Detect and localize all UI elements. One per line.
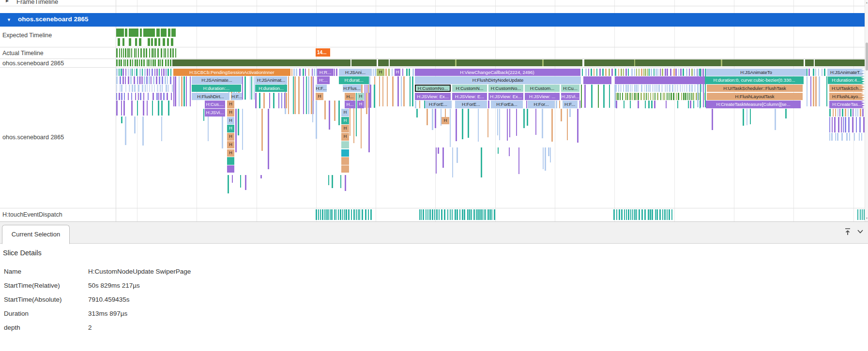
- trace-stripe[interactable]: [370, 209, 372, 220]
- trace-stripe[interactable]: [268, 109, 269, 169]
- trace-stripe[interactable]: [388, 69, 390, 76]
- trace-stripe[interactable]: [135, 93, 136, 101]
- trace-stripe[interactable]: [831, 133, 833, 141]
- trace-stripe[interactable]: [444, 209, 445, 220]
- trace-stripe[interactable]: [630, 101, 631, 108]
- trace-stripe[interactable]: [669, 209, 670, 220]
- trace-stripe[interactable]: [168, 59, 169, 66]
- trace-stripe[interactable]: [619, 209, 620, 220]
- trace-stripe[interactable]: [852, 117, 853, 132]
- trace-stripe[interactable]: [848, 109, 849, 117]
- trace-stripe[interactable]: [436, 209, 438, 220]
- trace-stripe[interactable]: [162, 76, 163, 84]
- trace-stripe[interactable]: [657, 93, 658, 101]
- trace-stripe[interactable]: [542, 109, 543, 138]
- trace-stripe[interactable]: [620, 93, 621, 101]
- trace-stripe[interactable]: [351, 209, 352, 220]
- trace-stripe[interactable]: [149, 85, 150, 92]
- trace-stripe[interactable]: [423, 209, 424, 220]
- trace-stripe[interactable]: [676, 93, 677, 101]
- trace-stripe[interactable]: [298, 76, 300, 114]
- trace-stripe[interactable]: [281, 93, 282, 108]
- trace-stripe[interactable]: [340, 209, 341, 220]
- trace-stripe[interactable]: [652, 209, 653, 220]
- trace-stripe[interactable]: [850, 109, 852, 117]
- expected-frame-block[interactable]: [139, 38, 141, 46]
- trace-stripe[interactable]: [137, 76, 138, 84]
- trace-stripe[interactable]: [314, 69, 315, 76]
- trace-stripe[interactable]: [167, 76, 168, 84]
- trace-stripe[interactable]: [429, 209, 431, 220]
- trace-stripe[interactable]: [634, 93, 636, 101]
- trace-stripe[interactable]: [152, 69, 153, 76]
- expected-frame-block[interactable]: [156, 29, 160, 37]
- trace-stripe[interactable]: [273, 93, 274, 108]
- trace-stripe[interactable]: [353, 93, 354, 143]
- trace-stripe[interactable]: [624, 209, 625, 220]
- trace-stripe[interactable]: [447, 209, 448, 220]
- trace-stripe[interactable]: [456, 109, 457, 141]
- trace-stripe[interactable]: [660, 93, 661, 101]
- trace-stripe[interactable]: [822, 69, 822, 76]
- trace-stripe[interactable]: [640, 93, 642, 101]
- trace-stripe[interactable]: [128, 76, 129, 84]
- trace-stripe[interactable]: [255, 93, 257, 108]
- trace-stripe[interactable]: [636, 93, 637, 101]
- trace-stripe[interactable]: [626, 209, 627, 220]
- flame-slice[interactable]: H:duration:...: [192, 85, 241, 92]
- expected-frame-block[interactable]: [116, 29, 124, 37]
- track-label-touch-event-dispatch[interactable]: H:touchEventDispatch: [2, 211, 62, 218]
- trace-stripe[interactable]: [677, 101, 678, 108]
- expected-frame-block[interactable]: [143, 29, 155, 37]
- trace-stripe[interactable]: [860, 109, 861, 117]
- trace-stripe[interactable]: [832, 117, 833, 132]
- flame-slice[interactable]: H:JSAnimat...: [255, 76, 287, 84]
- flame-slice[interactable]: H:JSVi...: [205, 109, 225, 117]
- trace-stripe[interactable]: [284, 93, 285, 108]
- trace-stripe[interactable]: [156, 76, 157, 84]
- expected-frame-block[interactable]: [125, 29, 127, 37]
- trace-stripe[interactable]: [650, 209, 651, 220]
- trace-stripe[interactable]: [305, 69, 306, 76]
- flame-slice[interactable]: H:JSView: Ex...: [415, 93, 451, 101]
- janky-frame-marker[interactable]: 14...: [316, 48, 330, 57]
- trace-stripe[interactable]: [123, 59, 124, 66]
- trace-stripe[interactable]: [116, 69, 118, 76]
- trace-stripe[interactable]: [487, 209, 489, 220]
- trace-stripe[interactable]: [856, 117, 857, 132]
- trace-stripe[interactable]: [260, 175, 262, 178]
- trace-stripe[interactable]: [689, 93, 690, 101]
- trace-stripe[interactable]: [374, 85, 375, 108]
- trace-stripe[interactable]: [518, 147, 519, 174]
- trace-stripe[interactable]: [312, 69, 313, 76]
- trace-stripe[interactable]: [312, 101, 313, 122]
- trace-stripe[interactable]: [160, 85, 161, 92]
- trace-stripe[interactable]: [329, 101, 330, 130]
- trace-stripe[interactable]: [835, 109, 836, 117]
- trace-stripe[interactable]: [245, 175, 246, 190]
- trace-stripe[interactable]: [410, 76, 411, 106]
- flame-slice[interactable]: H:JSAni...: [339, 69, 372, 76]
- trace-stripe[interactable]: [645, 69, 646, 76]
- trace-stripe[interactable]: [137, 101, 138, 116]
- trace-stripe[interactable]: [138, 48, 139, 58]
- trace-stripe[interactable]: [299, 69, 301, 76]
- trace-stripe[interactable]: [144, 76, 145, 84]
- trace-stripe[interactable]: [261, 109, 263, 151]
- trace-stripe[interactable]: [634, 209, 636, 220]
- trace-stripe[interactable]: [605, 69, 607, 76]
- trace-stripe[interactable]: [649, 69, 650, 76]
- trace-stripe[interactable]: [130, 69, 131, 76]
- trace-stripe[interactable]: [342, 209, 343, 220]
- trace-stripe[interactable]: [158, 59, 159, 66]
- trace-stripe[interactable]: [322, 209, 323, 220]
- expand-arrow-icon[interactable]: ▼: [7, 17, 11, 22]
- flame-slice[interactable]: H:For...: [528, 101, 555, 108]
- trace-stripe[interactable]: [683, 69, 684, 76]
- trace-stripe[interactable]: [655, 85, 655, 92]
- process-activity-bar[interactable]: [172, 59, 865, 66]
- flame-slice[interactable]: H: [316, 93, 323, 101]
- trace-stripe[interactable]: [690, 101, 691, 108]
- trace-stripe[interactable]: [125, 48, 126, 58]
- trace-stripe[interactable]: [678, 69, 679, 76]
